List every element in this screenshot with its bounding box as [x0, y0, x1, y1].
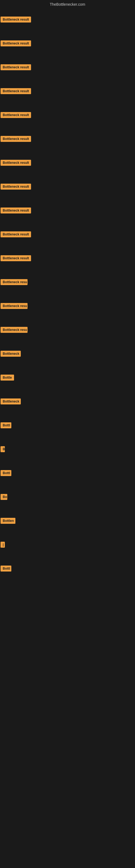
bottleneck-result-label-1[interactable]: Bottleneck result — [1, 17, 31, 23]
bottleneck-result-label-7[interactable]: Bottleneck result — [1, 160, 31, 166]
bottleneck-result-label-13[interactable]: Bottleneck resu — [1, 303, 28, 309]
result-row-11: Bottleneck result — [0, 246, 135, 270]
result-row-24: Bottl — [0, 557, 135, 581]
result-row-12: Bottleneck resu — [0, 270, 135, 294]
bottleneck-result-label-2[interactable]: Bottleneck result — [1, 40, 31, 46]
result-row-2: Bottleneck result — [0, 31, 135, 55]
bottleneck-result-label-6[interactable]: Bottleneck result — [1, 136, 31, 142]
bottleneck-result-label-5[interactable]: Bottleneck result — [1, 112, 31, 118]
result-row-17: Bottleneck — [0, 390, 135, 413]
bottleneck-result-label-24[interactable]: Bottl — [1, 565, 11, 571]
result-row-18: Bottl — [0, 413, 135, 437]
result-row-9: Bottleneck result — [0, 198, 135, 222]
result-row-8: Bottleneck result — [0, 175, 135, 198]
result-row-14: Bottleneck resu — [0, 318, 135, 342]
bottleneck-result-label-12[interactable]: Bottleneck resu — [1, 279, 28, 285]
bottleneck-result-label-4[interactable]: Bottleneck result — [1, 88, 31, 94]
result-row-16: Bottle — [0, 366, 135, 390]
site-title: TheBottlenecker.com — [0, 0, 135, 8]
result-row-21: Bo — [0, 485, 135, 509]
bottleneck-result-label-18[interactable]: Bottl — [1, 422, 11, 428]
result-row-15: Bottleneck — [0, 342, 135, 366]
bottleneck-result-label-8[interactable]: Bottleneck result — [1, 184, 31, 190]
result-row-1: Bottleneck result — [0, 8, 135, 31]
result-row-10: Bottleneck result — [0, 222, 135, 246]
bottleneck-result-label-17[interactable]: Bottleneck — [1, 399, 21, 404]
bottleneck-result-label-20[interactable]: Bottl — [1, 470, 11, 476]
result-row-19: B — [0, 437, 135, 461]
result-row-6: Bottleneck result — [0, 127, 135, 151]
result-row-22: Bottlen — [0, 509, 135, 533]
bottleneck-result-label-3[interactable]: Bottleneck result — [1, 64, 31, 70]
bottleneck-result-label-19[interactable]: B — [1, 446, 5, 452]
bottleneck-result-label-22[interactable]: Bottlen — [1, 518, 15, 524]
result-row-4: Bottleneck result — [0, 79, 135, 103]
bottleneck-result-label-21[interactable]: Bo — [1, 494, 7, 500]
result-row-3: Bottleneck result — [0, 55, 135, 79]
bottleneck-result-label-15[interactable]: Bottleneck — [1, 351, 21, 357]
bottleneck-result-label-14[interactable]: Bottleneck resu — [1, 327, 28, 333]
result-row-20: Bottl — [0, 461, 135, 485]
result-row-7: Bottleneck result — [0, 151, 135, 175]
result-row-5: Bottleneck result — [0, 103, 135, 127]
bottleneck-result-label-10[interactable]: Bottleneck result — [1, 231, 31, 237]
bottleneck-result-label-16[interactable]: Bottle — [1, 375, 14, 380]
bottleneck-result-label-9[interactable]: Bottleneck result — [1, 208, 31, 214]
bottleneck-result-label-11[interactable]: Bottleneck result — [1, 255, 31, 261]
result-row-13: Bottleneck resu — [0, 294, 135, 318]
bottleneck-result-label-23[interactable]: | — [1, 542, 5, 548]
result-row-23: | — [0, 533, 135, 557]
